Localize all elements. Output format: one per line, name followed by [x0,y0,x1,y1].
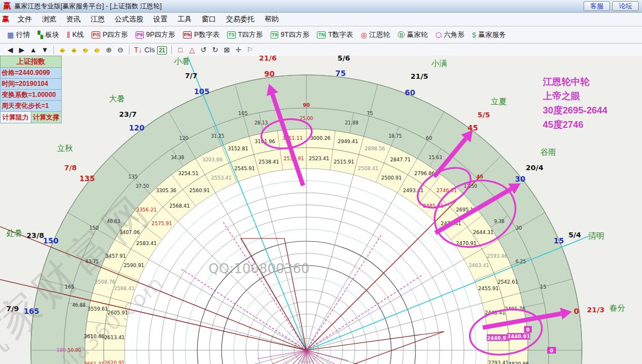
svg-text:立秋: 立秋 [57,144,73,153]
svg-text:4830.86: 4830.86 [509,361,529,364]
gann-wheel-button[interactable]: ◎江恩轮 [357,30,394,40]
svg-text:120: 120 [179,135,188,141]
svg-text:60: 60 [426,135,433,141]
calc-resistance-button[interactable]: 计算阻力 [0,112,31,123]
svg-text:2644.31: 2644.31 [473,230,493,235]
calendar-icon[interactable]: 21 [157,46,167,55]
rotate-cw-icon[interactable]: ↻ [209,45,221,56]
svg-text:75: 75 [336,69,346,78]
svg-text:2620.91: 2620.91 [104,360,125,364]
svg-text:3457.91: 3457.91 [105,253,126,259]
forum-button[interactable]: 论坛 [612,1,639,11]
menu-item-7[interactable]: 窗口 [197,13,221,25]
t9-square-button[interactable]: T99T四方形 [267,30,314,40]
panel-field-2: 变换系数=1.00000 [0,90,62,101]
svg-text:2515.91: 2515.91 [333,159,354,165]
t-square-button[interactable]: TST四方形 [223,30,267,40]
service-button[interactable]: $赢家服务 [468,30,510,40]
svg-text:2847.71: 2847.71 [390,157,411,162]
p9-square-button[interactable]: P99P四方形 [132,30,179,40]
svg-text:34.38: 34.38 [171,155,184,160]
p-table-button-label: P数字表 [194,30,219,40]
t-updown-icon[interactable]: T↓ [132,45,144,56]
winner-wheel-button[interactable]: Ⓑ赢家轮 [393,30,431,40]
svg-text:2583.41: 2583.41 [136,241,157,246]
menu-bar: 赢 文件浏览资讯江恩公式选股设置工具窗口交易委托帮助 [0,13,642,26]
svg-text:2613.41: 2613.41 [104,335,125,340]
move-cross-icon[interactable]: ✛ [233,45,244,56]
diamond-up-icon[interactable]: ◆↑ [80,45,91,56]
p-table-button[interactable]: PNP数字表 [179,30,223,40]
menu-item-6[interactable]: 工具 [172,13,197,25]
svg-text:3000.26: 3000.26 [310,135,331,141]
svg-text:处暑: 处暑 [7,229,23,237]
blocks-icon: ▚ [37,31,43,39]
svg-text:3356.21: 3356.21 [136,207,157,213]
zoom-in-icon[interactable]: ⊕ [103,45,115,56]
svg-text:135: 135 [79,174,95,183]
panel-field-0: 价格=2440.9099 [0,68,62,79]
svg-text:2560.91: 2560.91 [189,188,209,193]
menu-item-3[interactable]: 江恩 [85,13,110,25]
annotation-line: 江恩轮中轮 [543,75,642,89]
menu-item-0[interactable]: 文件 [13,13,37,25]
svg-text:0: 0 [550,348,553,354]
triangle-tool-icon[interactable]: △ [186,45,198,56]
svg-text:6.25: 6.25 [515,259,526,264]
svg-text:谷雨: 谷雨 [541,148,557,156]
svg-text:2898.56: 2898.56 [364,146,385,151]
svg-text:3559.61: 3559.61 [88,306,108,312]
rotate-ccw-icon[interactable]: ↺ [198,45,209,56]
rect-tool-icon[interactable]: □ [175,45,186,56]
menu-item-2[interactable]: 资讯 [61,13,85,25]
menu-item-1[interactable]: 浏览 [37,13,61,25]
svg-text:2553.41: 2553.41 [211,175,231,181]
menu-item-4[interactable]: 公式选股 [110,13,148,25]
svg-text:5/4: 5/4 [569,231,581,239]
svg-text:45: 45 [468,123,478,132]
ts-icon: TS [227,31,236,39]
diamond-right-icon[interactable]: ◆→ [68,45,80,56]
annotation-line: 30度2695-2644 [543,104,642,118]
support-button[interactable]: 客服 [584,1,610,11]
svg-text:2598.41: 2598.41 [114,286,134,291]
t-table-button[interactable]: TNT数字表 [313,30,357,40]
svg-text:165: 165 [65,284,74,290]
zoom-out-icon[interactable]: ⊖ [115,45,126,56]
svg-text:165: 165 [24,307,39,316]
p-square-button[interactable]: PSP四方形 [88,30,132,40]
kline-button[interactable]: ⫼K线 [63,30,88,40]
menu-item-5[interactable]: 设置 [148,13,172,25]
pn-icon: PN [183,31,192,39]
hexagon-button[interactable]: ⬡六角形 [431,30,468,40]
svg-text:2793.41: 2793.41 [488,360,509,364]
calc-support-button[interactable]: 计算支撑 [31,112,62,123]
next-arrow-icon[interactable]: ▶ [16,45,28,56]
diamond-down-icon[interactable]: ◆↓ [91,45,103,56]
svg-text:7/7: 7/7 [185,72,198,80]
svg-text:15: 15 [540,284,546,290]
svg-text:90: 90 [303,102,310,108]
cls-button[interactable]: Cls [144,45,155,56]
svg-text:30: 30 [515,175,526,183]
ps-icon: PS [91,31,100,39]
flag-icon[interactable]: ⚐ [244,45,256,56]
diamond-left-icon[interactable]: ◆← [57,45,68,56]
window-title: 赢家江恩专业版[赢家服务平台] - [上证指数 江恩轮] [14,2,161,11]
svg-text:2590.91: 2590.91 [123,263,144,268]
svg-text:21/3: 21/3 [587,306,605,314]
menu-item-9[interactable]: 帮助 [260,13,284,25]
menu-item-8[interactable]: 交易委托 [221,13,260,25]
up-triangle-icon[interactable]: ▲ [28,45,39,56]
quotes-button[interactable]: ▦行情 [3,30,34,40]
sectors-button[interactable]: ▚板块 [34,30,63,40]
select-box-icon[interactable]: ⊠ [221,45,233,56]
svg-text:30: 30 [516,225,522,231]
prev-arrow-icon[interactable]: ◀ [4,45,16,56]
svg-text:2500.91: 2500.91 [381,175,402,181]
svg-text:3407.06: 3407.06 [119,230,139,235]
svg-text:3203.66: 3203.66 [202,157,223,162]
svg-text:2605.91: 2605.91 [107,310,128,316]
svg-text:QQ:100800360: QQ:100800360 [208,261,309,276]
down-triangle-icon[interactable]: ▼ [39,45,51,56]
